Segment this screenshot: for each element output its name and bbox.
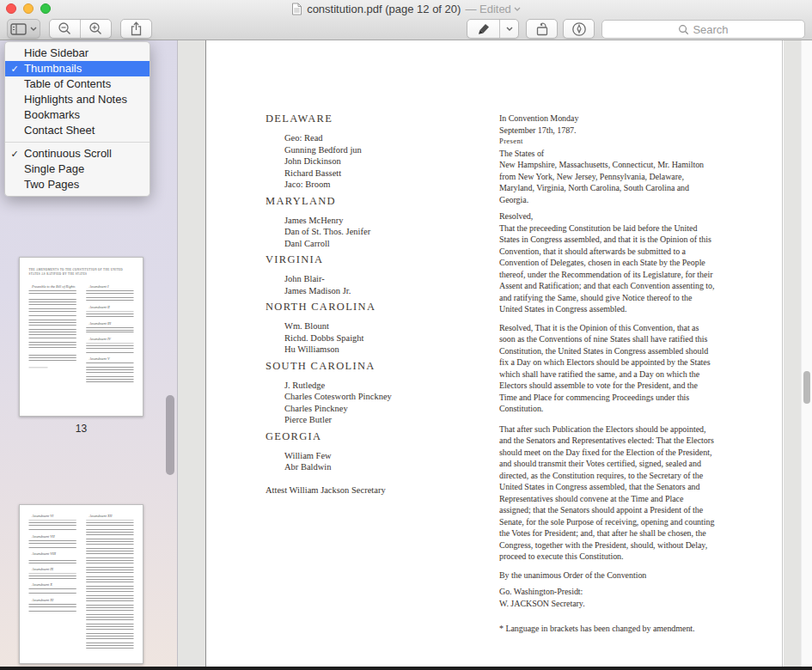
checkmark-icon: ✓ — [5, 146, 24, 161]
thumbnail-script-heading: Amendment II — [89, 306, 134, 310]
delegate-name: Danl Carroll — [284, 238, 480, 250]
delegate-name: Wm. Blount — [284, 320, 480, 332]
thumbnail-text-lines — [86, 521, 133, 649]
delegate-name: James Madison Jr. — [284, 285, 480, 297]
menu-item-highlights-and-notes[interactable]: Highlights and Notes — [5, 92, 150, 107]
delegate-list: William FewAbr Baldwin — [284, 450, 480, 473]
thumbnail-left-column: Preamble to the Bill of Rights — [29, 282, 76, 383]
state-heading-virginia: VIRGINIA — [266, 253, 480, 266]
delegate-list: Geo: ReadGunning Bedford junJohn Dickins… — [284, 132, 480, 191]
menu-item-bookmarks[interactable]: Bookmarks — [5, 107, 150, 123]
share-icon — [130, 21, 143, 36]
window-chrome: constitution.pdf (page 12 of 20) — Edite… — [0, 0, 812, 40]
menu-item-hide-sidebar[interactable]: Hide Sidebar — [5, 46, 150, 61]
convention-line: In Convention Monday — [499, 113, 716, 125]
thumbnail-script-heading: Preamble to the Bill of Rights — [32, 284, 76, 289]
delegate-name: John Blair- — [284, 273, 480, 285]
menu-item-single-page[interactable]: Single Page — [5, 161, 150, 177]
thumbnail-columns: Amendment VIAmendment VIIAmendment VIIIA… — [29, 511, 134, 649]
state-heading-south-carolina: SOUTH CAROLINA — [266, 360, 480, 373]
thumbnail-script-heading: Amendment IV — [89, 338, 134, 342]
menu-separator — [5, 142, 150, 143]
delegate-name: John Dickinson — [284, 155, 480, 168]
search-placeholder: Search — [693, 23, 728, 36]
menu-item-label: Highlights and Notes — [24, 92, 127, 107]
delegate-name: Pierce Butler — [284, 414, 480, 426]
states-list-paragraph: New Hampshire, Massachusetts, Connecticu… — [499, 159, 716, 205]
thumbnail-content-2: Amendment VIAmendment VIIAmendment VIIIA… — [20, 505, 143, 663]
thumbnail-text-lines — [29, 574, 76, 580]
desktop-edge-strip — [0, 667, 812, 670]
highlight-marker-button[interactable] — [467, 20, 499, 38]
delegate-list: Wm. BlountRichd. Dobbs SpaightHu William… — [284, 320, 480, 356]
thumbnail-script-heading: Amendment VIII — [32, 552, 76, 557]
menu-item-contact-sheet[interactable]: Contact Sheet — [5, 123, 150, 138]
delegate-name: J. Rutledge — [284, 380, 480, 392]
pdf-doc-icon — [291, 3, 302, 15]
rotate-left-button[interactable] — [526, 19, 558, 39]
sidebar-panel-icon — [10, 23, 27, 35]
thumbnail-text-lines — [29, 604, 76, 613]
menu-item-label: Hide Sidebar — [24, 46, 89, 61]
thumbnail-page-13[interactable]: THE AMENDMENTS TO THE CONSTITUTION OF TH… — [19, 257, 143, 435]
delegate-name: William Few — [284, 450, 480, 462]
thumbnail-text-lines — [29, 558, 76, 565]
zoom-in-button[interactable] — [80, 20, 111, 38]
signatures-column: DELAWAREGeo: ReadGunning Bedford junJohn… — [266, 40, 480, 495]
menu-item-two-pages[interactable]: Two Pages — [5, 177, 150, 192]
thumbnail-text-lines — [29, 353, 76, 362]
menu-item-table-of-contents[interactable]: Table of Contents — [5, 76, 150, 92]
thumbnail-script-heading: Amendment III — [89, 321, 134, 326]
sidebar-view-button[interactable] — [7, 19, 40, 39]
thumbnail-page-14[interactable]: Amendment VIAmendment VIIAmendment VIIIA… — [19, 504, 143, 664]
chevron-down-icon — [506, 27, 513, 31]
menu-item-thumbnails[interactable]: ✓Thumbnails — [5, 61, 150, 76]
markup-toolbar-button[interactable] — [563, 19, 595, 39]
main-scroll-track[interactable] — [801, 40, 812, 670]
thumbnail-text-lines — [29, 315, 76, 335]
thumbnail-text-lines — [29, 540, 76, 549]
washington-signature: Go. Washington-Presidt: — [499, 586, 716, 598]
states-of-line: The States of — [499, 148, 716, 160]
state-heading-maryland: MARYLAND — [266, 195, 480, 208]
zoom-out-button[interactable] — [50, 20, 80, 38]
magnifier-minus-icon — [58, 21, 72, 36]
menu-item-label: Continuous Scroll — [24, 146, 112, 161]
delegate-name: Charles Cotesworth Pinckney — [284, 391, 480, 403]
state-heading-north-carolina: NORTH CAROLINA — [266, 301, 480, 314]
state-heading-georgia: GEORGIA — [266, 430, 480, 443]
search-input[interactable]: Search — [601, 20, 805, 39]
present-label: Present — [499, 136, 716, 148]
sidebar-view-menu: Hide Sidebar✓ThumbnailsTable of Contents… — [4, 41, 150, 197]
sidebar-scrollbar[interactable] — [166, 395, 174, 475]
preview-window: constitution.pdf (page 12 of 20) — Edite… — [0, 0, 812, 670]
menu-item-label: Thumbnails — [24, 61, 82, 76]
pdf-page[interactable]: DELAWAREGeo: ReadGunning Bedford junJohn… — [205, 40, 783, 667]
titlebar[interactable]: constitution.pdf (page 12 of 20) — Edite… — [0, 0, 812, 18]
footnote: * Language in brackets has been changed … — [499, 623, 716, 635]
date-line: September 17th, 1787. — [499, 125, 716, 137]
thumbnail-left-column: Amendment VIAmendment VIIAmendment VIIIA… — [29, 511, 76, 649]
menu-item-continuous-scroll[interactable]: ✓Continuous Scroll — [5, 146, 150, 161]
delegate-name: Charles Pinckney — [284, 403, 480, 415]
thumbnail-text-lines — [86, 290, 133, 302]
marker-dropdown-button[interactable] — [499, 20, 518, 38]
page-margin-left — [178, 40, 205, 670]
delegate-name: Richd. Dobbs Spaight — [284, 332, 480, 344]
magnifier-plus-icon — [89, 21, 103, 36]
resolution-column: In Convention Monday September 17th, 178… — [499, 40, 716, 635]
window-title: constitution.pdf (page 12 of 20) — [307, 3, 461, 15]
main-scrollbar[interactable] — [803, 371, 810, 404]
delegate-list: J. RutledgeCharles Cotesworth PinckneyCh… — [284, 380, 480, 426]
share-button[interactable] — [120, 19, 152, 39]
thumbnail-text-lines — [86, 362, 133, 382]
marker-segment — [467, 19, 519, 39]
edited-menu[interactable]: — Edited — [465, 3, 520, 15]
rotate-icon — [534, 22, 550, 36]
thumbnail-script-heading: Amendment VII — [32, 534, 76, 539]
order-line: By the unanimous Order of the Convention — [499, 570, 716, 582]
delegate-name: James McHenry — [284, 215, 480, 227]
thumbnail-title: THE AMENDMENTS TO THE CONSTITUTION OF TH… — [29, 268, 134, 277]
checkmark-icon: ✓ — [5, 61, 24, 76]
menu-item-label: Contact Sheet — [24, 123, 95, 138]
